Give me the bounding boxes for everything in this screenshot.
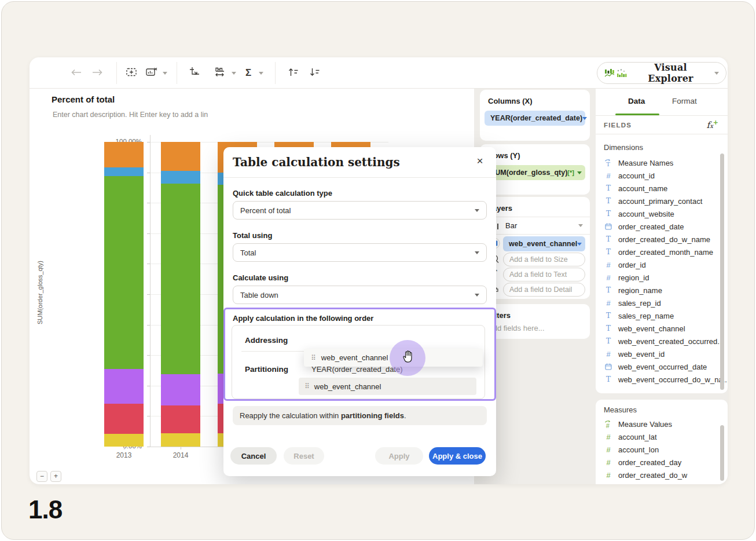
- add-calculation-button[interactable]: fx+: [707, 119, 718, 130]
- tab-data[interactable]: Data: [628, 97, 645, 105]
- apply-close-button[interactable]: Apply & close: [429, 447, 486, 465]
- calculate-using-select[interactable]: Table down: [233, 286, 487, 304]
- mark-type-row[interactable]: Bar: [480, 217, 590, 234]
- bar-segment-green[interactable]: [161, 184, 200, 374]
- total-using-select[interactable]: Total: [233, 243, 487, 262]
- chevron-down-icon[interactable]: [259, 72, 263, 75]
- field-item[interactable]: #: [604, 482, 618, 484]
- sort-ascending-button[interactable]: [285, 65, 301, 81]
- layers-color-pill[interactable]: web_event_channel: [503, 236, 585, 251]
- field-item[interactable]: Taccount_website: [604, 208, 674, 220]
- field-item[interactable]: Torder_created_do_w_name: [604, 233, 710, 245]
- bar-segment-red[interactable]: [104, 404, 144, 434]
- bar-segment-purple[interactable]: [104, 369, 144, 404]
- field-item[interactable]: #sales_rep_id: [604, 297, 661, 309]
- apply-button[interactable]: Apply: [375, 447, 423, 465]
- adjust-axes-button[interactable]: [186, 65, 203, 81]
- bar-segment-orange[interactable]: [161, 142, 200, 171]
- tab-format[interactable]: Format: [672, 97, 697, 105]
- bar-segment-yellow[interactable]: [161, 433, 200, 447]
- divider: [596, 134, 728, 134]
- detail-field[interactable]: Add a field to Detail: [503, 283, 585, 297]
- order-section-label: Apply calculation in the following order: [233, 314, 373, 323]
- measures-scrollbar[interactable]: [720, 425, 724, 481]
- date-icon: [604, 223, 613, 230]
- close-button[interactable]: ×: [473, 155, 487, 167]
- text-icon: T: [604, 324, 613, 332]
- bar-segment-purple[interactable]: [161, 374, 200, 405]
- sort-descending-button[interactable]: [306, 65, 322, 81]
- filters-placeholder[interactable]: Add fields here...: [488, 324, 545, 332]
- date-icon: [604, 363, 613, 370]
- app-window: Σ Visual Explorer: [30, 57, 728, 484]
- zoom-out-button[interactable]: −: [36, 471, 47, 482]
- layers-panel: Layers Bar web_event_channel Add a field…: [480, 197, 590, 299]
- zoom-in-button[interactable]: +: [50, 471, 61, 482]
- columns-shelf: Columns (X) YEAR(order_created_date): [480, 90, 590, 141]
- text-icon: T: [604, 235, 613, 243]
- field-item[interactable]: #order_id: [604, 259, 646, 270]
- field-label: sales_rep_name: [618, 312, 674, 320]
- field-item[interactable]: Tregion_name: [604, 284, 662, 296]
- back-arrow-icon: [71, 68, 82, 78]
- bar-segment-red[interactable]: [161, 405, 200, 433]
- aggregate-button[interactable]: Σ: [240, 65, 256, 81]
- drag-handle-icon[interactable]: ⠿: [304, 382, 310, 390]
- field-item[interactable]: Tweb_event_created_occurred...: [604, 335, 724, 347]
- field-item[interactable]: Taccount_name: [604, 182, 667, 194]
- field-item[interactable]: Tweb_event_channel: [604, 323, 685, 334]
- size-field[interactable]: Add a field to Size: [503, 253, 585, 266]
- text-icon: T: [604, 197, 613, 205]
- field-label: account_lat: [618, 433, 657, 441]
- field-item[interactable]: #account_lat: [604, 431, 657, 443]
- cancel-button[interactable]: Cancel: [230, 447, 277, 465]
- rows-field-pill[interactable]: SUM(order_gloss_qty) [*]: [485, 165, 585, 180]
- field-item[interactable]: Tweb_event_occurred_do_w_na...: [604, 374, 728, 385]
- chevron-down-icon[interactable]: [232, 72, 236, 75]
- chart-type-selector[interactable]: Visual Explorer: [597, 62, 726, 84]
- x-tick-label: 2014: [163, 451, 198, 459]
- chevron-down-icon: [578, 224, 583, 227]
- field-label: web_event_id: [618, 350, 665, 359]
- chevron-down-icon[interactable]: [163, 72, 167, 75]
- bar-segment-green[interactable]: [104, 176, 144, 368]
- dimensions-scrollbar[interactable]: [720, 153, 724, 390]
- field-item[interactable]: #order_created_day: [604, 456, 681, 468]
- nav-forward-button[interactable]: [89, 65, 105, 81]
- add-chart-button[interactable]: [124, 65, 140, 81]
- chevron-down-icon: [475, 294, 479, 297]
- bar-segment-blue[interactable]: [161, 171, 200, 184]
- text-field[interactable]: Add a field to Text: [503, 268, 585, 282]
- field-item[interactable]: #account_lon: [604, 444, 659, 455]
- bar-segment-blue[interactable]: [104, 167, 144, 177]
- nav-back-button[interactable]: [68, 65, 85, 81]
- field-label: Quick table calculation type: [233, 189, 332, 198]
- chevron-down-icon: [577, 243, 582, 246]
- field-item[interactable]: #order_created_do_w: [604, 469, 687, 481]
- field-item[interactable]: Torder_created_month_name: [604, 246, 713, 258]
- sort-ascending-icon: [288, 68, 298, 79]
- dimensions-label: Dimensions: [604, 143, 643, 152]
- field-item[interactable]: #web_event_id: [604, 348, 665, 360]
- bar-segment-orange[interactable]: [104, 142, 144, 167]
- chart-description[interactable]: Enter chart description. Hit Enter key t…: [53, 111, 208, 119]
- bin-settings-button[interactable]: [212, 65, 228, 81]
- chevron-down-icon: [475, 209, 479, 212]
- quick-calc-select[interactable]: Percent of total: [233, 201, 487, 220]
- field-item[interactable]: Tsales_rep_name: [604, 310, 674, 321]
- reset-button[interactable]: Reset: [284, 447, 324, 465]
- field-item[interactable]: #Measure Values: [604, 418, 672, 430]
- partitioning-item-pill[interactable]: ⠿ web_event_channel: [299, 378, 476, 395]
- info-bold: partitioning fields: [341, 411, 404, 420]
- field-item[interactable]: order_created_date: [604, 221, 684, 232]
- field-item[interactable]: Taccount_primary_contact: [604, 195, 702, 207]
- bin-width-icon: [214, 67, 226, 79]
- field-item[interactable]: web_event_occurred_date: [604, 361, 707, 372]
- bar-segment-yellow[interactable]: [104, 434, 144, 447]
- field-item[interactable]: #region_id: [604, 272, 649, 283]
- remove-chart-button[interactable]: [144, 65, 160, 81]
- field-item[interactable]: TMeasure Names: [604, 157, 673, 169]
- field-item[interactable]: #account_id: [604, 170, 655, 181]
- columns-field-pill[interactable]: YEAR(order_created_date): [485, 111, 585, 126]
- divider: [223, 177, 496, 178]
